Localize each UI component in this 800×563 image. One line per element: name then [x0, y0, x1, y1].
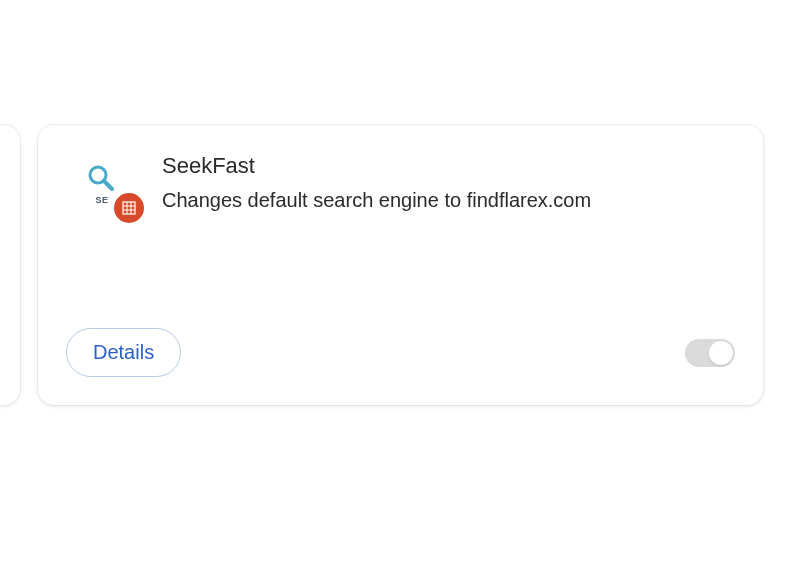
svg-rect-2 — [123, 202, 135, 214]
extension-text: SeekFast Changes default search engine t… — [162, 153, 591, 212]
extension-icon-label: SE — [95, 195, 108, 205]
extension-icon-wrap: SE — [74, 153, 138, 217]
enable-toggle[interactable] — [685, 339, 735, 367]
extension-title: SeekFast — [162, 153, 591, 179]
card-header: SE SeekFast Changes default search engin… — [66, 149, 735, 217]
details-button[interactable]: Details — [66, 328, 181, 377]
toggle-knob — [709, 341, 733, 365]
extension-card: SE SeekFast Changes default search engin… — [38, 125, 763, 405]
extension-description: Changes default search engine to findfla… — [162, 189, 591, 212]
enterprise-badge-icon — [114, 193, 144, 223]
adjacent-card-edge — [0, 125, 20, 405]
svg-line-1 — [104, 181, 112, 189]
card-footer: Details — [66, 328, 735, 381]
